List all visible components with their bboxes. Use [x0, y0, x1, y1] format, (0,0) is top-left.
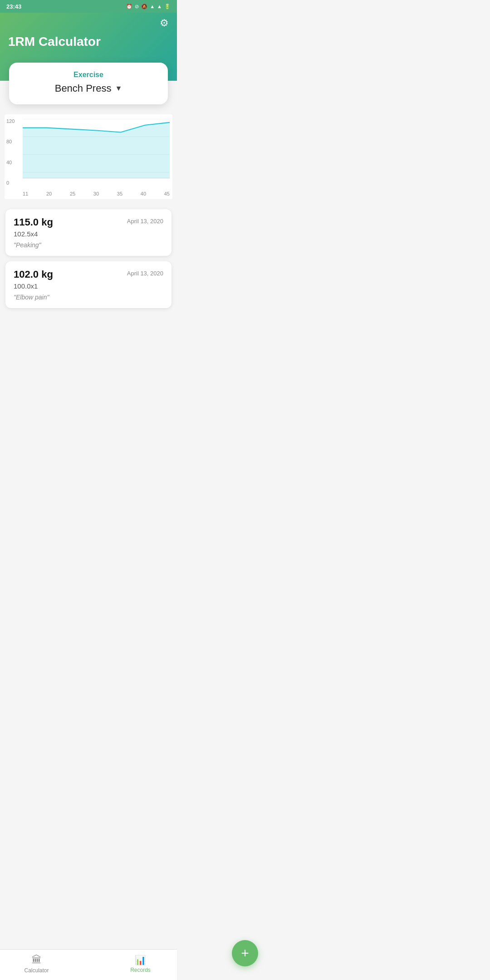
exercise-value: Bench Press [55, 83, 112, 94]
record-header-1: 115.0 kg April 13, 2020 [14, 216, 163, 228]
record-card[interactable]: 115.0 kg April 13, 2020 102.5x4 "Peaking… [5, 209, 172, 256]
chart-x-labels: 11 20 25 30 35 40 45 [23, 190, 170, 196]
signal-icon: ⏰ [126, 4, 132, 10]
records-section: 115.0 kg April 13, 2020 102.5x4 "Peaking… [0, 204, 177, 349]
chevron-down-icon: ▼ [115, 84, 122, 93]
mute-icon: 🔕 [141, 4, 147, 10]
record-date-2: April 13, 2020 [127, 270, 163, 277]
battery-icon: 🔋 [164, 4, 171, 10]
status-time: 23:43 [6, 3, 21, 10]
exercise-card: Exercise Bench Press ▼ [9, 63, 168, 104]
x-label-40: 40 [141, 191, 146, 196]
x-label-45: 45 [164, 191, 170, 196]
record-date-1: April 13, 2020 [127, 218, 163, 225]
record-note-1: "Peaking" [14, 241, 163, 249]
x-label-11: 11 [23, 191, 28, 196]
y-label-120: 120 [6, 119, 15, 124]
record-weight-1: 115.0 kg [14, 216, 53, 228]
header-top: ⚙ [8, 17, 169, 29]
record-note-2: "Elbow pain" [14, 294, 163, 301]
signal-bars-icon: ▲ [157, 4, 162, 9]
chart-svg [23, 119, 170, 190]
y-label-80: 80 [6, 139, 15, 144]
y-label-0: 0 [6, 181, 15, 186]
screen: 23:43 ⏰ ⊘ 🔕 ▲ ▲ 🔋 ⚙ 1RM Calculator Exerc… [0, 0, 177, 354]
y-label-40: 40 [6, 160, 15, 165]
record-reps-2: 100.0x1 [14, 282, 163, 290]
app-title: 1RM Calculator [8, 34, 169, 49]
dnd-icon: ⊘ [135, 4, 139, 10]
chart-container: 120 80 40 0 11 20 25 30 35 40 45 [5, 114, 172, 199]
wifi-icon: ▲ [150, 4, 155, 9]
exercise-select[interactable]: Bench Press ▼ [20, 83, 157, 94]
status-bar: 23:43 ⏰ ⊘ 🔕 ▲ ▲ 🔋 [0, 0, 177, 13]
x-label-25: 25 [70, 191, 75, 196]
record-reps-1: 102.5x4 [14, 230, 163, 238]
status-icons: ⏰ ⊘ 🔕 ▲ ▲ 🔋 [126, 4, 171, 10]
record-weight-2: 102.0 kg [14, 269, 53, 280]
x-label-30: 30 [93, 191, 99, 196]
exercise-label: Exercise [20, 71, 157, 79]
x-label-35: 35 [117, 191, 122, 196]
record-header-2: 102.0 kg April 13, 2020 [14, 269, 163, 280]
x-label-20: 20 [46, 191, 52, 196]
record-card-2[interactable]: 102.0 kg April 13, 2020 100.0x1 "Elbow p… [5, 261, 172, 308]
chart-y-labels: 120 80 40 0 [6, 119, 15, 186]
settings-icon[interactable]: ⚙ [160, 17, 169, 29]
